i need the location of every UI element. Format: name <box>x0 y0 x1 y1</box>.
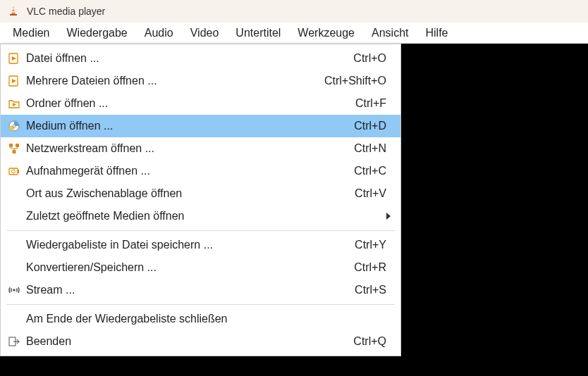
disc-icon <box>6 118 22 134</box>
menu-item-label: Konvertieren/Speichern ... <box>26 261 350 274</box>
menu-item-aufnahmegerät-öffnen[interactable]: Aufnahmegerät öffnen ...Ctrl+C <box>1 160 400 182</box>
menu-item-zuletzt-geöffnete-medien-öffnen[interactable]: Zuletzt geöffnete Medien öffnen <box>1 205 400 227</box>
menu-item-shortcut: Ctrl+O <box>353 52 393 65</box>
exit-icon <box>6 334 22 349</box>
menubar-item-werkzeuge[interactable]: Werkzeuge <box>289 23 363 43</box>
svg-point-10 <box>13 125 16 127</box>
menu-item-label: Medium öffnen ... <box>26 120 350 132</box>
menu-item-label: Mehrere Dateien öffnen ... <box>26 75 320 87</box>
menu-item-shortcut: Ctrl+C <box>354 165 393 177</box>
window-title: VLC media player <box>27 6 105 17</box>
blank-icon <box>6 186 22 201</box>
menu-item-am-ende-der-wiedergabeliste-schließen[interactable]: Am Ende der Wiedergabeliste schließen <box>1 308 400 330</box>
blank-icon <box>6 311 22 327</box>
menu-bar: MedienWiedergabeAudioVideoUntertitelWerk… <box>0 23 588 44</box>
file-play-icon <box>6 73 22 89</box>
capture-icon <box>6 163 22 179</box>
menu-item-ordner-öffnen[interactable]: Ordner öffnen ...Ctrl+F <box>1 92 400 115</box>
menubar-item-audio[interactable]: Audio <box>136 23 182 43</box>
menu-item-label: Wiedergabeliste in Datei speichern ... <box>26 239 350 251</box>
svg-rect-2 <box>11 11 16 13</box>
menu-item-netzwerkstream-öffnen[interactable]: Netzwerkstream öffnen ...Ctrl+N <box>1 137 400 160</box>
folder-play-icon <box>6 96 22 111</box>
menu-item-shortcut: Ctrl+Q <box>353 335 393 348</box>
menu-item-label: Stream ... <box>26 284 350 296</box>
svg-marker-8 <box>13 103 16 106</box>
menubar-item-wiedergabe[interactable]: Wiedergabe <box>58 23 135 43</box>
menu-item-medium-öffnen[interactable]: Medium öffnen ...Ctrl+D <box>1 115 400 137</box>
menu-item-label: Zuletzt geöffnete Medien öffnen <box>26 210 382 223</box>
menu-item-wiedergabeliste-in-datei-speichern[interactable]: Wiedergabeliste in Datei speichern ...Ct… <box>1 234 400 256</box>
stream-icon <box>6 282 22 298</box>
menu-item-shortcut: Ctrl+S <box>355 284 393 296</box>
menu-item-label: Beenden <box>26 335 349 348</box>
svg-rect-3 <box>10 14 17 15</box>
menu-item-shortcut: Ctrl+Y <box>355 239 393 251</box>
blank-icon <box>6 237 22 253</box>
menu-item-konvertieren-speichern[interactable]: Konvertieren/Speichern ...Ctrl+R <box>1 256 400 279</box>
network-icon <box>6 141 22 156</box>
menu-item-beenden[interactable]: BeendenCtrl+Q <box>1 330 400 353</box>
menu-item-label: Ort aus Zwischenablage öffnen <box>26 187 350 200</box>
title-bar: VLC media player <box>0 0 588 23</box>
menu-item-shortcut: Ctrl+D <box>354 120 393 132</box>
svg-rect-13 <box>13 150 16 153</box>
menu-item-label: Datei öffnen ... <box>26 52 349 65</box>
menu-item-datei-öffnen[interactable]: Datei öffnen ...Ctrl+O <box>1 47 400 70</box>
svg-rect-12 <box>16 144 19 147</box>
svg-marker-0 <box>11 6 16 15</box>
file-play-icon <box>6 51 22 66</box>
svg-marker-7 <box>12 79 16 83</box>
svg-rect-1 <box>12 8 15 10</box>
blank-icon <box>6 260 22 275</box>
menu-item-shortcut: Ctrl+N <box>354 142 393 155</box>
menubar-item-video[interactable]: Video <box>182 23 228 43</box>
svg-rect-11 <box>9 144 13 147</box>
medien-menu-dropdown: Datei öffnen ...Ctrl+OMehrere Dateien öf… <box>0 44 401 356</box>
menu-item-mehrere-dateien-öffnen[interactable]: Mehrere Dateien öffnen ...Ctrl+Shift+O <box>1 70 400 92</box>
blank-icon <box>6 208 22 224</box>
svg-rect-14 <box>9 168 18 175</box>
svg-marker-5 <box>12 56 16 61</box>
svg-point-15 <box>12 170 16 173</box>
menu-item-label: Netzwerkstream öffnen ... <box>26 142 350 155</box>
menu-item-label: Aufnahmegerät öffnen ... <box>26 165 350 177</box>
menu-item-ort-aus-zwischenablage-öffnen[interactable]: Ort aus Zwischenablage öffnenCtrl+V <box>1 182 400 205</box>
menu-separator <box>6 304 395 305</box>
menu-item-stream[interactable]: Stream ...Ctrl+S <box>1 279 400 301</box>
menubar-item-untertitel[interactable]: Untertitel <box>227 23 289 43</box>
menu-item-shortcut: Ctrl+Shift+O <box>324 75 393 87</box>
menubar-item-hilfe[interactable]: Hilfe <box>417 23 456 43</box>
menubar-item-medien[interactable]: Medien <box>4 23 58 43</box>
menu-item-label: Am Ende der Wiedergabeliste schließen <box>26 313 393 325</box>
menu-item-shortcut: Ctrl+V <box>355 187 393 200</box>
menu-item-shortcut: Ctrl+R <box>354 261 393 274</box>
svg-rect-16 <box>18 170 19 173</box>
menu-separator <box>6 230 395 231</box>
menu-item-label: Ordner öffnen ... <box>26 97 351 110</box>
menubar-item-ansicht[interactable]: Ansicht <box>363 23 417 43</box>
svg-point-17 <box>13 289 16 292</box>
submenu-arrow-icon <box>386 213 391 220</box>
menu-item-shortcut: Ctrl+F <box>355 97 393 110</box>
vlc-cone-icon <box>6 4 21 19</box>
